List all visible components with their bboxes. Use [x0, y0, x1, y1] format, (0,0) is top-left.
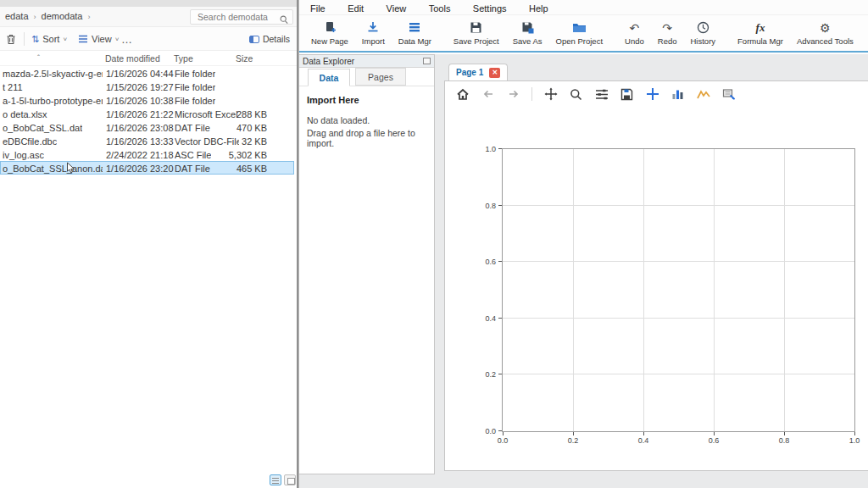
- chevron-right-icon: ›: [32, 13, 38, 21]
- export-page-button[interactable]: [721, 87, 736, 102]
- forward-button[interactable]: [506, 87, 520, 102]
- import-label: Import: [362, 36, 385, 46]
- breadcrumb-item-demodata[interactable]: demodata: [38, 11, 86, 21]
- open-project-button[interactable]: Open Project: [549, 16, 609, 50]
- more-options-button[interactable]: …: [121, 31, 132, 47]
- sort-label: Sort: [42, 34, 59, 44]
- delete-button[interactable]: [6, 31, 16, 47]
- file-row[interactable]: eDBCfile.dbc 1/16/2026 13:33 Vector DBC-…: [0, 134, 294, 147]
- back-button[interactable]: [481, 87, 495, 102]
- file-size: 465 KB: [225, 162, 267, 175]
- file-size: 470 KB: [225, 121, 267, 135]
- chevron-right-icon: ›: [86, 13, 92, 21]
- import-icon: [366, 20, 380, 35]
- chevron-down-icon: ˅: [115, 36, 120, 43]
- tab-pages[interactable]: Pages: [355, 68, 406, 86]
- details-pane-icon: [249, 36, 259, 43]
- save-project-button[interactable]: Save Project: [447, 16, 506, 50]
- history-button[interactable]: History: [683, 16, 722, 50]
- breadcrumb-item-parent[interactable]: edata: [2, 11, 32, 21]
- line-chart-button[interactable]: [696, 87, 710, 102]
- file-row[interactable]: o_BobCat_SSL.dat 1/16/2026 23:08 DAT Fil…: [0, 120, 294, 134]
- menu-file[interactable]: File: [301, 2, 335, 14]
- bar-chart-icon: [671, 88, 684, 100]
- sort-arrows-icon: ⇅: [31, 34, 39, 45]
- file-date-modified: 1/16/2026 10:38: [106, 94, 174, 108]
- ellipsis-icon: …: [121, 33, 132, 46]
- large-icons-view-icon[interactable]: [284, 474, 296, 485]
- column-header-type[interactable]: Type: [174, 53, 193, 64]
- zoom-button[interactable]: [569, 87, 583, 102]
- file-list-header: ˆ Date modified Type Size: [0, 51, 297, 66]
- y-tick-label: 0.2: [485, 370, 496, 379]
- save-as-button[interactable]: Save As: [506, 16, 549, 50]
- formula-manager-label: Formula Mgr: [737, 36, 783, 46]
- details-toggle-button[interactable]: Details: [249, 31, 290, 47]
- y-tick-label: 0.4: [485, 314, 496, 323]
- analysis-app-window: File Edit View Tools Settings Help New P…: [298, 0, 868, 488]
- explorer-command-bar: ⇅ Sort ˅ View ˅ … Details: [0, 27, 297, 51]
- menu-settings[interactable]: Settings: [464, 2, 516, 14]
- plot-canvas[interactable]: 0.00.20.40.60.81.00.00.20.40.60.81.0: [502, 148, 855, 432]
- subplot-config-button[interactable]: [594, 87, 609, 102]
- file-row[interactable]: a-1-5l-turbo-prototype-engine-fro... 1/1…: [0, 93, 294, 107]
- data-explorer-content: Import Here No data loaded. Drag and dro…: [299, 86, 434, 159]
- new-page-button[interactable]: New Page: [304, 16, 355, 50]
- menu-view[interactable]: View: [377, 2, 416, 14]
- undo-button[interactable]: ↶ Undo: [618, 16, 651, 50]
- view-button[interactable]: View ˅: [78, 31, 119, 47]
- formula-manager-button[interactable]: fx Formula Mgr: [731, 16, 790, 50]
- save-project-label: Save Project: [453, 36, 499, 46]
- magnifier-icon: [570, 88, 582, 101]
- tab-data[interactable]: Data: [308, 69, 350, 86]
- file-date-modified: 2/24/2022 21:18: [106, 148, 174, 162]
- file-row[interactable]: o_BobCat_SSL_anon.dat 1/16/2026 23:20 DA…: [0, 161, 294, 175]
- data-manager-button[interactable]: Data Mgr: [392, 16, 438, 50]
- file-row[interactable]: iv_log.asc 2/24/2022 21:18 ASC File 5,30…: [0, 147, 294, 161]
- open-folder-icon: [572, 20, 587, 35]
- menu-help[interactable]: Help: [520, 2, 558, 14]
- menu-tools[interactable]: Tools: [420, 2, 460, 14]
- file-date-modified: 1/16/2026 04:44: [106, 67, 174, 80]
- file-row[interactable]: o deta.xlsx 1/16/2026 21:22 Microsoft Ex…: [0, 107, 294, 120]
- redo-button[interactable]: ↷ Redo: [651, 16, 684, 50]
- home-button[interactable]: [455, 87, 470, 102]
- history-label: History: [690, 36, 715, 46]
- page-tab-label: Page 1: [456, 68, 483, 77]
- add-plot-button[interactable]: [645, 87, 659, 102]
- sliders-icon: [595, 88, 609, 101]
- data-explorer-panel: Data Explorer Data Pages Import Here No …: [299, 54, 435, 474]
- file-row[interactable]: mazda-2.5l-skyactiv-g-engine-tier3... 1/…: [0, 66, 294, 80]
- sort-button[interactable]: ⇅ Sort ˅: [31, 31, 67, 47]
- close-tab-icon[interactable]: ✕: [489, 68, 500, 78]
- data-explorer-header: Data Explorer: [299, 55, 434, 68]
- breadcrumb: edata›demodata›: [2, 11, 92, 21]
- redo-label: Redo: [658, 36, 677, 46]
- import-button[interactable]: Import: [355, 16, 392, 50]
- menu-edit[interactable]: Edit: [338, 2, 373, 14]
- column-header-size[interactable]: Size: [236, 53, 253, 64]
- save-icon: [470, 20, 482, 35]
- float-panel-icon[interactable]: [423, 58, 431, 64]
- x-tick-label: 0.6: [709, 436, 720, 445]
- x-tick-label: 0.4: [638, 436, 649, 445]
- import-here-heading: Import Here: [307, 95, 426, 105]
- data-explorer-title: Data Explorer: [303, 57, 354, 66]
- pan-button[interactable]: [543, 87, 558, 102]
- file-row[interactable]: t 211 1/15/2026 19:27 File folder: [0, 80, 294, 93]
- column-header-date-modified[interactable]: Date modified: [105, 53, 160, 64]
- search-input[interactable]: Search demodata: [190, 9, 293, 25]
- details-view-icon[interactable]: [270, 474, 281, 485]
- search-icon[interactable]: [280, 13, 288, 28]
- advanced-tools-button[interactable]: ⚙ Advanced Tools: [790, 16, 860, 50]
- gear-icon: ⚙: [820, 20, 831, 35]
- main-toolbar: New Page Import Data Mgr Save Project S: [299, 15, 868, 53]
- blue-crosshair-icon: [646, 87, 659, 101]
- data-manager-label: Data Mgr: [398, 36, 431, 46]
- view-label: View: [92, 34, 112, 44]
- file-name: t 211: [3, 80, 23, 94]
- save-figure-button[interactable]: [620, 87, 634, 102]
- tab-page-1[interactable]: Page 1 ✕: [448, 64, 508, 80]
- bar-chart-button[interactable]: [670, 87, 685, 102]
- file-name: o_BobCat_SSL_anon.dat: [3, 162, 103, 175]
